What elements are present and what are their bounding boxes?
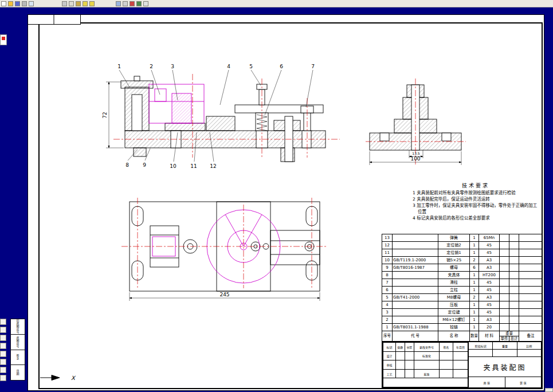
- parts-cell-no: 5: [382, 294, 393, 301]
- title-block-left: 标记 处数 分区 更改文件号 签名 年月日 设计 标准化 审核 工艺: [383, 342, 469, 387]
- 压板: 4 压板 1 45: [382, 301, 543, 309]
- parts-cell-material: A3: [479, 294, 500, 301]
- parts-cell-total-weight: [509, 257, 519, 264]
- grid-icon[interactable]: [136, 1, 142, 6]
- title-block-row: [383, 378, 468, 387]
- parts-cell-remark: [519, 287, 543, 294]
- parts-cell-remark: [519, 264, 543, 272]
- parts-cell-material: 45: [479, 242, 500, 249]
- drawing-paper[interactable]: 72 1 2 3 4 5 6 7 8 9 10: [28, 14, 544, 391]
- parts-cell-total-weight: [509, 316, 519, 324]
- layers-icon[interactable]: [130, 1, 135, 6]
- cut-icon[interactable]: [62, 1, 67, 6]
- parts-cell-qty: 6: [470, 264, 479, 272]
- callout-9: 9: [143, 162, 146, 168]
- parts-cell-qty: 1: [470, 242, 479, 249]
- title-block-row: 设计 标准化: [383, 351, 468, 360]
- parts-cell-unit-weight: [500, 309, 509, 316]
- margin-cell: 旧底图总号: [11, 319, 25, 335]
- callout-3: 3: [171, 64, 174, 69]
- title-block: 标记 处数 分区 更改文件号 签名 年月日 设计 标准化 审核 工艺: [382, 341, 542, 389]
- title-block-row: 标记 处数 分区 更改文件号 签名 年月日: [383, 343, 468, 352]
- resize-corner[interactable]: [545, 388, 553, 392]
- parts-cell-name: 弹簧: [438, 234, 470, 242]
- parts-cell-material: HT200: [479, 272, 500, 279]
- redraw-icon[interactable]: [0, 351, 6, 357]
- parts-cell-name: M8螺母: [438, 294, 470, 301]
- parts-cell-unit-weight: [500, 301, 509, 309]
- osnap-icon[interactable]: [0, 367, 6, 373]
- callout-7: 7: [311, 64, 315, 69]
- help-icon[interactable]: [143, 1, 148, 6]
- parts-cell-total-weight: [509, 249, 519, 257]
- open-folder-icon[interactable]: [8, 1, 13, 6]
- dim-side-detail-text: 13.5: [412, 151, 420, 155]
- parts-cell-code: [393, 287, 438, 294]
- new-file-icon[interactable]: [1, 1, 6, 6]
- parts-cell-no: 4: [382, 301, 393, 309]
- print-icon[interactable]: [22, 1, 27, 6]
- parts-cell-total-weight: [509, 242, 519, 249]
- callout-2: 2: [150, 64, 153, 69]
- 弹簧: 13 弹簧 1 65Mn: [382, 234, 543, 242]
- parts-cell-unit-weight: [500, 257, 509, 264]
- parts-cell-unit-weight: [500, 294, 509, 301]
- save-icon[interactable]: [15, 1, 20, 6]
- parts-cell-name: 夹具体: [438, 272, 470, 279]
- parts-cell-material: A3: [479, 264, 500, 272]
- parts-header-remark: 备注: [519, 331, 543, 342]
- ortho-icon[interactable]: [0, 375, 6, 381]
- parts-header-material: 材 料: [479, 331, 500, 342]
- front-view: [121, 76, 325, 162]
- undo-icon[interactable]: [83, 1, 88, 6]
- callout-11: 11: [190, 163, 197, 169]
- parts-cell-name: 螺母: [438, 264, 470, 272]
- parts-cell-code: [393, 234, 438, 242]
- parts-cell-total-weight: [509, 324, 519, 331]
- parts-cell-no: 11: [382, 249, 393, 257]
- parts-cell-no: 2: [382, 316, 393, 324]
- parts-cell-remark: [519, 301, 543, 309]
- redo-icon[interactable]: [89, 1, 95, 6]
- title-block-sheet-info: 共 张 第 张: [469, 377, 541, 387]
- parts-cell-total-weight: [509, 264, 519, 272]
- paste-icon[interactable]: [76, 1, 81, 6]
- dim-plan-width: 245: [130, 292, 320, 301]
- zoom-window-icon[interactable]: [0, 327, 6, 333]
- parts-cell-unit-weight: [500, 324, 509, 331]
- callout-12: 12: [210, 163, 216, 169]
- print-preview-icon[interactable]: [29, 1, 34, 6]
- parts-cell-material: 65Mn: [479, 234, 500, 242]
- callout-8: 8: [125, 162, 129, 168]
- pan-view-icon[interactable]: [0, 343, 6, 349]
- 铰链: 1 GB/T8031.1-1988 铰链 1 20: [382, 324, 543, 331]
- select-tool-icon[interactable]: [0, 319, 6, 325]
- callout-6: 6: [280, 64, 283, 69]
- dim-front-height: 72: [102, 82, 124, 148]
- parts-cell-total-weight: [509, 234, 519, 242]
- parts-cell-code: [393, 249, 438, 257]
- parts-cell-name: 定位键: [438, 309, 470, 316]
- tech-req-item: 2 夹具装配完毕后，保证运动件灵活运转: [413, 197, 539, 203]
- pan-icon[interactable]: [123, 1, 128, 6]
- parts-cell-unit-weight: [500, 272, 509, 279]
- zoom-icon[interactable]: [116, 1, 121, 6]
- parts-cell-code: [393, 316, 438, 324]
- layer-control-icon[interactable]: [0, 359, 6, 365]
- 螺母: 9 GB/T8016-1987 螺母 6 A3: [382, 264, 543, 272]
- drawing-title: 夹具装配图: [469, 357, 541, 377]
- dim-side-width-text: 100: [410, 156, 420, 162]
- parts-cell-remark: [519, 249, 543, 257]
- parts-cell-code: GB/T8016-1987: [393, 264, 438, 272]
- parts-cell-remark: [519, 324, 543, 331]
- title-block-stage-values: [469, 350, 541, 357]
- parts-header-weight: 重量: [500, 331, 519, 336]
- flag-icon[interactable]: [0, 34, 7, 45]
- parts-cell-name: 铰链: [438, 324, 470, 331]
- parts-cell-no: 13: [382, 234, 393, 242]
- callout-10: 10: [170, 163, 177, 169]
- copy-icon[interactable]: [69, 1, 74, 6]
- parts-cell-name: 压板: [438, 301, 470, 309]
- zoom-all-icon[interactable]: [0, 335, 6, 341]
- dim-plan-width-text: 245: [219, 292, 229, 297]
